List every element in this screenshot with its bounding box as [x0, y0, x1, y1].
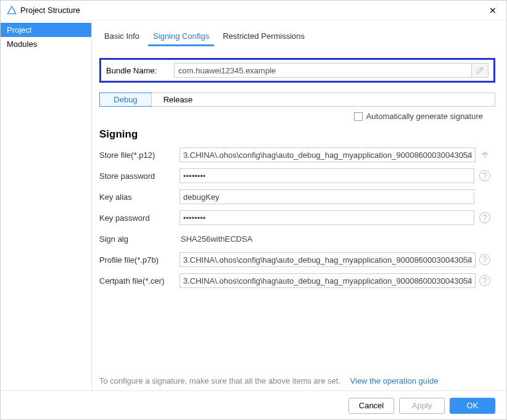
help-icon[interactable]: ?	[479, 170, 490, 181]
store-file-label: Store file(*.p12)	[99, 150, 179, 160]
key-alias-label: Key alias	[99, 192, 179, 202]
tab-basic-info[interactable]: Basic Info	[99, 28, 144, 46]
help-icon[interactable]: ?	[479, 212, 490, 223]
store-file-browse-button[interactable]	[461, 147, 474, 162]
auto-generate-label: Automatically generate signature	[366, 112, 483, 121]
store-password-input[interactable]	[179, 168, 474, 183]
folder-icon	[463, 255, 472, 265]
bundle-name-input[interactable]	[174, 63, 472, 78]
pencil-icon	[476, 66, 484, 75]
build-type-segment: Debug Release	[99, 93, 495, 107]
bundle-name-label: Bundle Name:	[106, 66, 174, 75]
cancel-button[interactable]: Cancel	[348, 398, 394, 414]
store-password-label: Store password	[99, 171, 179, 181]
main-panel: Basic Info Signing Configs Restricted Pe…	[92, 20, 506, 390]
sign-alg-label: Sign alg	[99, 234, 179, 244]
auto-generate-row: Automatically generate signature	[99, 112, 495, 121]
segment-debug[interactable]: Debug	[99, 93, 152, 107]
apply-button[interactable]: Apply	[399, 398, 445, 414]
hint-text: To configure a signature, make sure that…	[99, 376, 340, 385]
operation-guide-link[interactable]: View the operation guide	[350, 376, 439, 385]
sidebar-item-project[interactable]: Project	[1, 23, 91, 37]
signing-heading: Signing	[99, 128, 495, 141]
folder-icon	[463, 276, 472, 286]
hint-row: To configure a signature, make sure that…	[99, 368, 495, 390]
profile-file-input[interactable]	[179, 252, 476, 267]
certpath-file-input[interactable]	[179, 273, 476, 288]
key-password-input[interactable]	[179, 210, 474, 225]
key-password-label: Key password	[99, 213, 179, 223]
tab-restricted-permissions[interactable]: Restricted Permissions	[218, 28, 310, 46]
help-icon[interactable]: ?	[479, 275, 490, 286]
app-logo-icon	[7, 6, 17, 15]
folder-icon	[463, 150, 472, 160]
tab-signing-configs[interactable]: Signing Configs	[148, 28, 214, 46]
certpath-file-browse-button[interactable]	[461, 273, 474, 288]
dialog-footer: Cancel Apply OK	[1, 390, 506, 420]
segment-release[interactable]: Release	[152, 93, 204, 106]
bundle-name-row: Bundle Name:	[99, 58, 495, 83]
sign-alg-value: SHA256withECDSA	[179, 234, 474, 244]
auto-generate-checkbox[interactable]	[354, 112, 363, 121]
window-title: Project Structure	[20, 6, 485, 15]
close-icon[interactable]: ✕	[485, 3, 500, 18]
key-alias-input[interactable]	[179, 189, 474, 204]
signing-form: Store file(*.p12) Store password ? Key a…	[99, 144, 495, 291]
titlebar: Project Structure ✕	[1, 1, 506, 20]
certpath-file-label: Certpath file(*.cer)	[99, 276, 179, 286]
sidebar-item-modules[interactable]: Modules	[1, 37, 91, 51]
tabs: Basic Info Signing Configs Restricted Pe…	[99, 28, 495, 47]
ok-button[interactable]: OK	[450, 398, 495, 414]
fingerprint-icon[interactable]	[479, 149, 490, 160]
store-file-input[interactable]	[179, 147, 476, 162]
sidebar: Project Modules	[1, 20, 92, 390]
edit-bundle-name-button[interactable]	[471, 63, 488, 78]
profile-file-browse-button[interactable]	[461, 252, 474, 267]
help-icon[interactable]: ?	[479, 254, 490, 265]
profile-file-label: Profile file(*.p7b)	[99, 255, 179, 265]
